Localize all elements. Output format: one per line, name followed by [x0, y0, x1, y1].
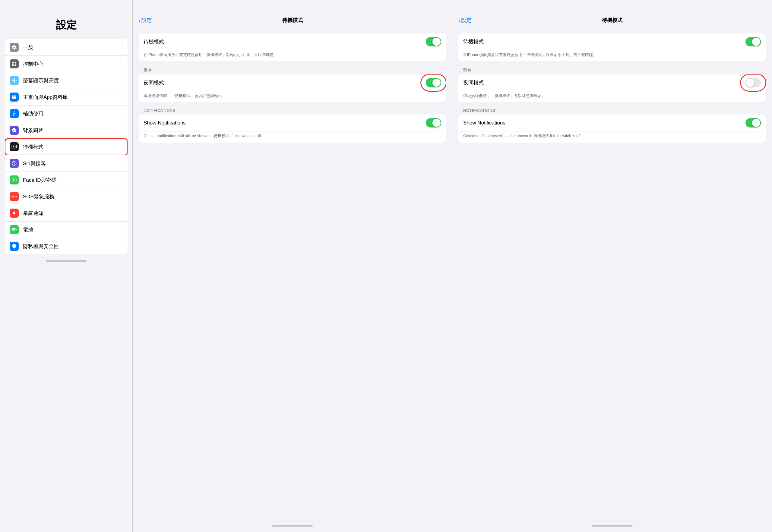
svg-point-4 [13, 79, 15, 82]
standby-icon [10, 142, 19, 151]
standby-label-left: 待機模式 [143, 38, 426, 45]
general-icon [10, 43, 19, 52]
night-mode-toggle-left[interactable] [426, 78, 441, 87]
sidebar-item-control-center[interactable]: 控制中心› [5, 56, 128, 72]
show-notifications-toggle-right[interactable] [745, 118, 761, 127]
privacy-chevron: › [121, 244, 123, 249]
exposure-chevron: › [121, 211, 123, 216]
notifications-group-right: Show Notifications Critical notification… [459, 115, 766, 142]
night-toggle-wrap-left [426, 78, 441, 87]
back-button-left[interactable]: ‹ 設定 [139, 17, 152, 24]
back-chevron-left: ‹ [139, 17, 141, 24]
bottom-bar-detail-left [133, 522, 452, 532]
show-notifications-toggle-knob-right [752, 119, 760, 127]
show-notifications-toggle-knob-left [433, 119, 441, 127]
notifications-group-left: Show Notifications Critical notification… [139, 115, 446, 142]
night-mode-label-left: 夜間模式 [143, 79, 426, 86]
night-mode-desc-left: 環境光線低時，「待機模式」會以紅色調顯示。 [139, 91, 446, 102]
siri-chevron: › [121, 161, 123, 166]
screen-section-label-right: 螢幕 [463, 67, 766, 73]
notifications-desc-right: Critical notifications will still be sho… [459, 131, 766, 142]
sidebar-item-privacy[interactable]: 隱私權與安全性› [5, 238, 128, 254]
sidebar-item-siri[interactable]: Siri與搜尋› [5, 155, 128, 172]
privacy-label: 隱私權與安全性 [23, 243, 121, 250]
svg-rect-16 [13, 146, 14, 147]
battery-chevron: › [121, 227, 123, 232]
detail-header-right: ‹ 設定 待機模式 [452, 0, 772, 27]
detail-title-right: 待機模式 [602, 17, 622, 24]
svg-rect-2 [12, 65, 14, 66]
bottom-bar-left [0, 257, 132, 267]
exposure-icon [10, 209, 19, 218]
show-notifications-row-right: Show Notifications [459, 115, 766, 131]
detail-panel-right: ‹ 設定 待機模式 待機模式 在iPhone橫向擺放且充電時會啟用「待機模式」以… [452, 0, 772, 532]
home-indicator-detail-left [272, 525, 313, 527]
detail-panel-left: ‹ 設定 待機模式 待機模式 在iPhone橫向擺放且充電時會啟用「待機模式」以… [133, 0, 452, 532]
settings-list-panel: 設定 一般›控制中心›螢幕顯示與亮度›主畫面與App資料庫›輔助使用›背景圖片›… [0, 0, 133, 532]
sidebar-item-general[interactable]: 一般› [5, 39, 128, 56]
sidebar-item-homescreen[interactable]: 主畫面與App資料庫› [5, 89, 128, 105]
faceid-chevron: › [121, 178, 123, 182]
standby-label-right: 待機模式 [463, 38, 745, 45]
notifications-section-label-left: NOTIFICATIONS [143, 108, 446, 113]
svg-rect-17 [15, 146, 16, 146]
svg-rect-11 [14, 96, 15, 97]
accessibility-chevron: › [121, 111, 123, 116]
svg-rect-1 [15, 62, 16, 63]
back-chevron-right: ‹ [459, 17, 461, 24]
back-label-right: 設定 [461, 17, 471, 24]
standby-group-left: 待機模式 在iPhone橫向擺放且充電時會啟用「待機模式」以顯示小工具、照片或時… [139, 33, 446, 61]
battery-icon [10, 225, 19, 234]
display-label: 螢幕顯示與亮度 [23, 77, 121, 84]
standby-toggle-right[interactable] [745, 37, 761, 46]
detail-title-left: 待機模式 [282, 17, 303, 24]
standby-toggle-knob-right [752, 38, 760, 46]
accessibility-icon [10, 109, 19, 118]
night-mode-row-left: 夜間模式 [139, 74, 446, 91]
svg-rect-3 [15, 65, 16, 66]
svg-point-14 [14, 112, 15, 112]
svg-rect-19 [12, 178, 16, 182]
sos-chevron: › [121, 194, 123, 199]
standby-label: 待機模式 [23, 143, 121, 150]
sidebar-item-wallpaper[interactable]: 背景圖片› [5, 122, 128, 139]
sidebar-item-exposure[interactable]: 暴露通知› [5, 205, 128, 222]
svg-point-20 [13, 179, 14, 180]
standby-toggle-left[interactable] [426, 37, 441, 46]
display-icon [10, 76, 19, 85]
wallpaper-label: 背景圖片 [23, 127, 121, 134]
standby-toggle-knob-left [433, 38, 441, 46]
battery-label: 電池 [23, 226, 121, 233]
faceid-label: Face ID與密碼 [23, 177, 121, 184]
siri-label: Siri與搜尋 [23, 160, 121, 167]
sidebar-item-accessibility[interactable]: 輔助使用› [5, 105, 128, 122]
back-button-right[interactable]: ‹ 設定 [459, 17, 471, 24]
standby-desc-right: 在iPhone橫向擺放且充電時會啟用「待機模式」以顯示小工具、照片或時鐘。 [459, 50, 766, 61]
svg-rect-10 [13, 96, 14, 97]
svg-rect-0 [12, 62, 14, 63]
night-mode-desc-right: 環境光線低時，「待機模式」會以紅色調顯示。 [459, 91, 766, 102]
wallpaper-icon [10, 126, 19, 135]
faceid-icon [10, 175, 19, 184]
homescreen-label: 主畫面與App資料庫 [23, 94, 121, 101]
show-notifications-toggle-left[interactable] [426, 118, 441, 127]
standby-row-left: 待機模式 [139, 33, 446, 50]
standby-desc-left: 在iPhone橫向擺放且充電時會啟用「待機模式」以顯示小工具、照片或時鐘。 [139, 50, 446, 61]
siri-icon [10, 159, 19, 168]
sidebar-item-display[interactable]: 螢幕顯示與亮度› [5, 72, 128, 89]
bottom-bar-detail-right [452, 522, 772, 532]
settings-header: 設定 [0, 0, 132, 37]
detail-content-right: 待機模式 在iPhone橫向擺放且充電時會啟用「待機模式」以顯示小工具、照片或時… [452, 27, 772, 522]
notifications-desc-left: Critical notifications will still be sho… [139, 131, 446, 142]
night-mode-toggle-right[interactable] [745, 78, 761, 87]
sidebar-item-battery[interactable]: 電池› [5, 222, 128, 238]
svg-point-22 [13, 212, 15, 214]
sidebar-item-standby[interactable]: 待機模式› [5, 139, 128, 155]
settings-items-list: 一般›控制中心›螢幕顯示與亮度›主畫面與App資料庫›輔助使用›背景圖片›待機模… [5, 39, 128, 254]
sidebar-item-sos[interactable]: SOSSOS緊急服務› [5, 188, 128, 205]
detail-content-left: 待機模式 在iPhone橫向擺放且充電時會啟用「待機模式」以顯示小工具、照片或時… [133, 27, 452, 522]
back-label-left: 設定 [141, 17, 152, 24]
display-chevron: › [121, 78, 123, 83]
svg-rect-12 [13, 98, 14, 98]
sidebar-item-faceid[interactable]: Face ID與密碼› [5, 172, 128, 188]
